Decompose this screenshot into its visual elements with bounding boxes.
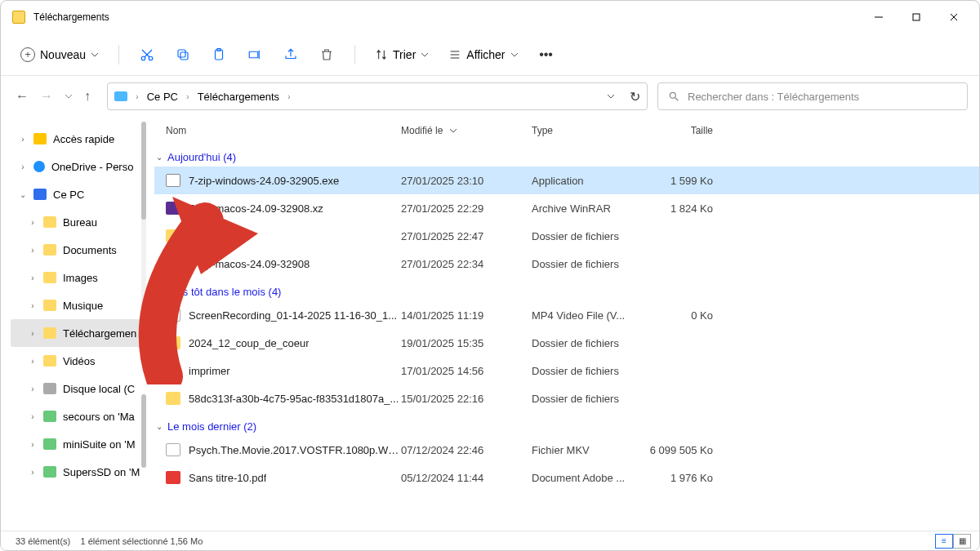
sidebar-item-label: Accès rapide bbox=[53, 133, 114, 145]
file-row[interactable]: 7-zip-windows-24.09-32905.exe27/01/2025 … bbox=[154, 167, 979, 194]
breadcrumb-root[interactable]: Ce PC bbox=[147, 91, 178, 103]
refresh-button[interactable]: ↻ bbox=[630, 89, 640, 104]
file-type: Dossier de fichiers bbox=[532, 393, 646, 405]
expand-caret-icon[interactable]: › bbox=[29, 357, 37, 366]
file-size: 6 099 505 Ko bbox=[646, 444, 728, 456]
file-row[interactable]: 7-zip-macos-24.09-32908.xz27/01/2025 22:… bbox=[154, 194, 979, 222]
file-icon bbox=[166, 336, 180, 349]
expand-caret-icon[interactable]: › bbox=[29, 218, 37, 227]
expand-caret-icon[interactable]: › bbox=[29, 468, 37, 477]
pc-icon bbox=[114, 91, 127, 101]
copy-button[interactable] bbox=[167, 40, 199, 69]
file-type: Application bbox=[532, 175, 646, 187]
nav-forward[interactable]: → bbox=[40, 89, 53, 104]
file-icon bbox=[166, 257, 180, 270]
expand-caret-icon[interactable]: › bbox=[29, 384, 37, 393]
file-row[interactable]: 7-zip-macos-24.09-3290827/01/2025 22:34D… bbox=[154, 250, 979, 278]
svg-point-17 bbox=[670, 92, 675, 98]
file-type: Dossier de fichiers bbox=[532, 337, 646, 349]
folder-icon bbox=[43, 216, 56, 228]
sidebar-item-label: Disque local (C bbox=[63, 383, 135, 395]
sidebar-item[interactable]: ›Musique bbox=[11, 291, 148, 319]
sidebar-item-label: Téléchargemen bbox=[63, 327, 136, 340]
expand-caret-icon[interactable]: › bbox=[29, 412, 37, 421]
col-size[interactable]: Taille bbox=[646, 125, 728, 136]
file-row[interactable]: 2024_12_coup_de_coeur19/01/2025 15:35Dos… bbox=[154, 329, 979, 357]
expand-caret-icon[interactable]: › bbox=[29, 440, 37, 449]
breadcrumb-current[interactable]: Téléchargements bbox=[198, 91, 279, 103]
sidebar-item[interactable]: ›OneDrive - Perso bbox=[11, 153, 148, 180]
sidebar-item[interactable]: ›SupersSD on 'M bbox=[11, 458, 148, 486]
sidebar-item[interactable]: ›Vidéos bbox=[11, 347, 148, 375]
rename-button[interactable] bbox=[238, 40, 271, 69]
view-details-button[interactable]: ≡ bbox=[935, 534, 953, 549]
star-icon bbox=[33, 133, 47, 144]
share-button[interactable] bbox=[274, 40, 307, 69]
sidebar-item[interactable]: ›Images bbox=[11, 264, 148, 291]
sidebar-item[interactable]: ›Accès rapide bbox=[11, 125, 148, 153]
paste-button[interactable] bbox=[203, 40, 235, 69]
sidebar-item[interactable]: ›secours on 'Ma bbox=[11, 402, 148, 430]
nav-history-chevron[interactable] bbox=[65, 92, 73, 100]
group-label: Le mois dernier (2) bbox=[167, 420, 256, 433]
list-icon bbox=[448, 48, 461, 61]
file-type: Dossier de fichiers bbox=[532, 230, 646, 242]
file-row[interactable]: ScreenRecording_01-14-2025 11-16-30_1...… bbox=[154, 301, 979, 329]
search-input[interactable]: Rechercher dans : Téléchargements bbox=[657, 82, 968, 110]
view-thumbs-button[interactable]: ▦ bbox=[953, 534, 971, 549]
more-button[interactable]: ••• bbox=[530, 40, 563, 69]
sidebar-scroll-thumb[interactable] bbox=[141, 122, 146, 220]
col-modified[interactable]: Modifié le bbox=[401, 125, 532, 136]
new-button[interactable]: + Nouveau bbox=[12, 42, 107, 67]
sidebar-item[interactable]: ›Disque local (C bbox=[11, 375, 148, 402]
view-label: Afficher bbox=[466, 48, 505, 61]
sidebar-item[interactable]: ⌄Ce PC bbox=[11, 180, 148, 208]
svg-line-18 bbox=[675, 98, 679, 101]
navigation-row: ← → ↑ › Ce PC › Téléchargements › ↻ Rech… bbox=[1, 76, 979, 117]
sidebar-item[interactable]: ›Téléchargemen bbox=[11, 319, 148, 347]
sidebar-item[interactable]: ›Bureau bbox=[11, 208, 148, 236]
nav-back[interactable]: ← bbox=[16, 89, 29, 104]
breadcrumb-bar[interactable]: › Ce PC › Téléchargements › ↻ bbox=[107, 82, 648, 110]
toolbar: + Nouveau Trier Afficher ••• bbox=[1, 33, 979, 76]
expand-caret-icon[interactable]: ⌄ bbox=[19, 190, 27, 199]
file-icon bbox=[166, 174, 180, 187]
file-row[interactable]: imprimer17/01/2025 14:56Dossier de fichi… bbox=[154, 357, 979, 384]
cut-button[interactable] bbox=[131, 40, 163, 69]
col-name[interactable]: Nom bbox=[166, 125, 401, 136]
file-modified: 05/12/2024 11:44 bbox=[401, 472, 532, 484]
col-type[interactable]: Type bbox=[532, 125, 646, 136]
expand-caret-icon[interactable]: › bbox=[29, 329, 37, 338]
breadcrumb-expand-icon[interactable] bbox=[607, 92, 615, 100]
file-modified: 07/12/2024 22:46 bbox=[401, 444, 532, 456]
cloud-icon bbox=[33, 161, 45, 172]
group-header[interactable]: ⌄Aujourd'hui (4) bbox=[154, 148, 979, 167]
minimize-button[interactable] bbox=[860, 4, 898, 30]
sidebar-item-label: Bureau bbox=[63, 216, 97, 229]
sidebar-item[interactable]: ›miniSuite on 'M bbox=[11, 430, 148, 458]
file-row[interactable]: Sans titre-10.pdf05/12/2024 11:44Documen… bbox=[154, 464, 979, 491]
file-row[interactable]: 27/01/2025 22:47Dossier de fichiers bbox=[154, 222, 979, 250]
search-placeholder: Rechercher dans : Téléchargements bbox=[688, 91, 859, 103]
sidebar-item-label: Vidéos bbox=[63, 355, 96, 367]
sidebar-item[interactable]: ›Documents bbox=[11, 236, 148, 264]
status-selection: 1 élément sélectionné 1,56 Mo bbox=[81, 536, 203, 546]
close-button[interactable] bbox=[935, 4, 973, 30]
group-header[interactable]: ⌄Le mois dernier (2) bbox=[154, 417, 979, 436]
maximize-button[interactable] bbox=[898, 4, 935, 30]
expand-caret-icon[interactable]: › bbox=[19, 135, 27, 144]
view-button[interactable]: Afficher bbox=[440, 43, 526, 66]
sidebar-scroll-thumb[interactable] bbox=[141, 394, 146, 468]
expand-caret-icon[interactable]: › bbox=[29, 273, 37, 282]
group-header[interactable]: ⌄Plus tôt dans le mois (4) bbox=[154, 282, 979, 301]
delete-button[interactable] bbox=[310, 40, 343, 69]
file-row[interactable]: Psych.The.Movie.2017.VOSTFR.1080p.WE...0… bbox=[154, 436, 979, 464]
expand-caret-icon[interactable]: › bbox=[29, 301, 37, 310]
nav-up[interactable]: ↑ bbox=[84, 89, 91, 104]
expand-caret-icon[interactable]: › bbox=[29, 246, 37, 255]
expand-caret-icon[interactable]: › bbox=[19, 162, 27, 171]
sort-button[interactable]: Trier bbox=[367, 43, 437, 66]
file-row[interactable]: 58dc313f-a30b-4c75-95ac-f83531d1807a_...… bbox=[154, 384, 979, 412]
file-icon bbox=[166, 392, 180, 405]
file-size: 1 976 Ko bbox=[646, 472, 728, 484]
